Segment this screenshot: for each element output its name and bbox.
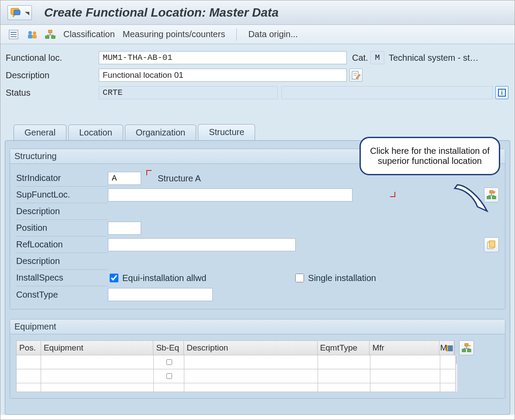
svg-rect-12 (52, 36, 55, 38)
install-equipment-button[interactable] (459, 340, 474, 355)
svg-rect-33 (451, 346, 453, 351)
callout-bubble: Click here for the installation of super… (359, 137, 500, 175)
info-icon: i (498, 89, 506, 97)
svg-rect-34 (465, 344, 468, 346)
data-origin-button[interactable]: Data origin... (248, 29, 297, 39)
svg-rect-36 (467, 349, 471, 352)
pencil-note-icon (352, 71, 360, 80)
svg-rect-32 (449, 346, 450, 351)
position-label: Position (16, 220, 108, 236)
supfunctloc-label: SupFunctLoc. (16, 187, 108, 203)
table-vscrollbar[interactable] (455, 355, 457, 392)
sbeq-checkbox[interactable] (166, 373, 172, 379)
hierarchy-down-icon (462, 343, 471, 353)
classification-button[interactable]: Classification (63, 29, 115, 39)
installspecs-label: InstallSpecs (16, 270, 108, 286)
status-label: Status (5, 88, 99, 98)
table-row[interactable] (17, 369, 455, 383)
svg-point-6 (28, 31, 32, 35)
strindicator-label: StrIndicator (16, 170, 108, 187)
speech-bubble-icon (10, 8, 22, 17)
list-icon[interactable] (8, 29, 19, 40)
tab-general[interactable]: General (14, 125, 66, 140)
svg-rect-10 (48, 30, 52, 33)
description-input[interactable] (99, 69, 347, 82)
reflocation-label: RefLocation (16, 236, 108, 253)
single-installation-checkbox[interactable]: Single installation (294, 272, 376, 284)
svg-text:i: i (501, 89, 503, 96)
table-row[interactable] (17, 383, 455, 392)
table-row[interactable] (17, 355, 455, 369)
hierarchy-add-icon[interactable] (45, 29, 55, 40)
svg-rect-30 (489, 241, 495, 247)
svg-rect-9 (32, 35, 37, 38)
col-settings[interactable]: M (439, 341, 454, 355)
funcloc-input[interactable] (99, 51, 347, 64)
consttype-label: ConstType (16, 286, 108, 303)
header-fields: Functional loc. Cat. M Technical system … (0, 44, 515, 110)
column-config-icon (446, 344, 453, 351)
cat-text: Technical system - st… (384, 53, 479, 63)
col-mfr[interactable]: Mfr (370, 341, 439, 355)
consttype-input[interactable] (108, 288, 213, 301)
svg-rect-31 (446, 346, 448, 351)
description-label: Description (5, 70, 99, 80)
reflocation-copy-button[interactable] (484, 237, 499, 252)
sup-description-label: Description (16, 203, 108, 220)
single-installation-input[interactable] (295, 274, 304, 282)
svg-rect-7 (28, 35, 32, 38)
equi-installation-input[interactable] (110, 274, 118, 282)
col-equipment[interactable]: Equipment (41, 341, 153, 355)
copy-icon (487, 240, 496, 249)
svg-point-8 (33, 31, 36, 35)
tab-structure[interactable]: Structure (198, 124, 255, 140)
cat-value: M (370, 51, 384, 64)
status-info-button[interactable]: i (495, 86, 508, 99)
sbeq-checkbox[interactable] (166, 359, 172, 365)
callout-text: Click here for the installation of super… (370, 146, 489, 166)
reflocation-input[interactable] (108, 238, 296, 251)
equi-installation-checkbox[interactable]: Equi-installation allwd (108, 272, 206, 284)
callout-tail-icon (453, 184, 492, 219)
toolbar-divider (236, 28, 237, 41)
long-text-button[interactable] (349, 69, 363, 82)
equipment-table[interactable]: Pos. Equipment Sb-Eq Description EqmtTyp… (16, 340, 455, 392)
tab-organization[interactable]: Organization (125, 125, 196, 140)
svg-rect-35 (462, 349, 466, 352)
title-bar: Create Functional Location: Master Data (0, 0, 515, 25)
col-eqmttype[interactable]: EqmtType (318, 341, 370, 355)
supfunctloc-input[interactable] (108, 188, 353, 201)
svg-rect-11 (45, 36, 49, 38)
single-installation-label: Single installation (308, 273, 376, 283)
dropdown-arrow-icon (24, 10, 30, 16)
col-pos[interactable]: Pos. (17, 341, 41, 355)
status-value: CRTE (99, 86, 278, 99)
ref-description-label: Description (16, 253, 108, 270)
tab-location[interactable]: Location (68, 125, 123, 140)
strindicator-input[interactable] (108, 172, 141, 185)
table-header: Pos. Equipment Sb-Eq Description EqmtTyp… (17, 341, 454, 355)
equi-installation-label: Equi-installation allwd (122, 273, 206, 283)
equipment-title: Equipment (10, 319, 505, 334)
col-description[interactable]: Description (184, 341, 317, 355)
structure-tab-page: Structuring StrIndicator Structure A Sup… (5, 140, 510, 415)
status-extra (281, 86, 493, 99)
app-toolbar: Classification Measuring points/counters… (0, 25, 515, 44)
funcloc-label: Functional loc. (5, 53, 99, 63)
page-title: Create Functional Location: Master Data (44, 6, 279, 20)
col-sbeq[interactable]: Sb-Eq (153, 341, 184, 355)
measuring-points-button[interactable]: Measuring points/counters (123, 29, 225, 39)
position-input[interactable] (108, 222, 141, 235)
cat-label: Cat. (347, 53, 370, 63)
svg-rect-24 (492, 196, 496, 199)
svg-rect-1 (14, 10, 20, 15)
session-menu-button[interactable] (7, 5, 32, 20)
strindicator-text: Structure A (158, 174, 201, 184)
equipment-group: Equipment Pos. Equipment Sb-Eq Descripti… (10, 319, 505, 399)
partners-icon[interactable] (27, 29, 37, 40)
